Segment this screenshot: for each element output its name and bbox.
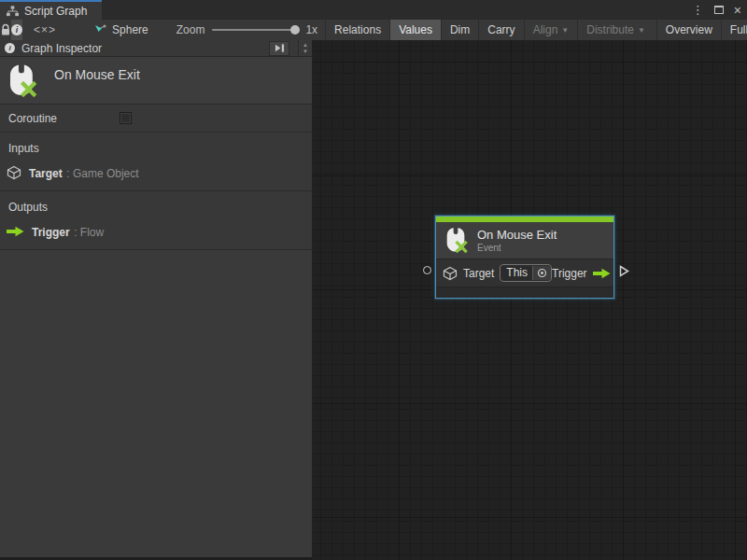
chevron-down-icon: ▼ (561, 26, 569, 35)
zoom-slider-thumb[interactable] (290, 25, 300, 35)
output-name: Trigger (32, 226, 70, 239)
outputs-header: Outputs (0, 199, 312, 223)
outputs-section: Outputs Trigger : Flow (0, 191, 312, 250)
zoom-slider[interactable] (212, 29, 298, 31)
node-input-port[interactable] (423, 266, 431, 274)
distribute-dropdown[interactable]: Distribute ▼ (577, 20, 654, 40)
close-icon[interactable]: × (734, 4, 741, 17)
input-target-row: Target : Game Object (0, 164, 312, 181)
overview-button[interactable]: Overview (656, 20, 721, 40)
node-input-label: Target (463, 267, 494, 280)
info-icon: i (5, 43, 15, 53)
dim-button[interactable]: Dim (441, 20, 478, 40)
object-picker-icon[interactable] (532, 266, 551, 280)
zoom-label: Zoom (176, 23, 205, 36)
graph-context-breadcrumb[interactable]: Sphere (93, 20, 148, 40)
node-title: On Mouse Exit (477, 228, 557, 242)
node-footer (436, 287, 613, 298)
inspector-title-block: On Mouse Exit (0, 57, 312, 105)
maximize-icon[interactable] (714, 6, 724, 14)
mouse-exit-icon (444, 227, 468, 253)
node-output-port[interactable] (619, 265, 629, 277)
panel-resize-spinner[interactable]: ▲ ▼ (298, 40, 312, 56)
more-menu-icon[interactable]: ⋮ (692, 4, 704, 16)
relations-button[interactable]: Relations (325, 20, 389, 40)
carry-button[interactable]: Carry (478, 20, 523, 40)
lock-button[interactable] (0, 20, 11, 40)
align-dropdown[interactable]: Align ▼ (524, 20, 578, 40)
full-screen-button[interactable]: Full Screen (721, 20, 747, 40)
graph-inspector-header[interactable]: i Graph Inspector ▲ ▼ (0, 40, 312, 57)
target-value-field[interactable]: This (500, 264, 552, 282)
toolbar-toggle-group: Relations Values Dim Carry Align ▼ Distr… (325, 20, 747, 40)
inspector-toggle-button[interactable]: i (11, 20, 22, 40)
context-label: Sphere (112, 23, 148, 36)
info-icon: i (11, 24, 22, 35)
graph-inspector-title: Graph Inspector (21, 42, 262, 55)
graph-toolbar: i <×> Sphere Zoom 1x Relations Values Di… (0, 20, 747, 40)
flow-arrow-icon (7, 226, 24, 237)
inspector-node-title: On Mouse Exit (54, 67, 140, 82)
zoom-control: Zoom 1x (176, 20, 317, 40)
dock-panel-icon[interactable] (269, 41, 289, 56)
values-button[interactable]: Values (389, 20, 441, 40)
window-tab-bar: Script Graph ⋮ × (0, 0, 747, 20)
game-object-cube-icon (7, 165, 21, 180)
output-type: : Flow (74, 226, 104, 239)
spinner-down-icon[interactable]: ▼ (303, 49, 308, 55)
mouse-exit-icon (7, 63, 36, 97)
inputs-section: Inputs Target : Game Object (0, 133, 312, 191)
trigger-arrow-icon[interactable] (593, 268, 611, 279)
coroutine-label: Coroutine (8, 112, 120, 125)
node-ports-row: Target This Trigger (436, 259, 613, 287)
coroutine-row: Coroutine (0, 105, 312, 133)
graph-pointer-icon (93, 23, 106, 36)
chevron-down-icon: ▼ (638, 26, 645, 35)
lock-icon (0, 23, 11, 36)
graph-inspector-panel: i Graph Inspector ▲ ▼ On Mouse Exit Coro… (0, 40, 313, 560)
coroutine-checkbox[interactable] (120, 112, 132, 124)
zoom-value: 1x (305, 23, 317, 36)
input-name: Target (29, 167, 63, 180)
event-node-on-mouse-exit[interactable]: On Mouse Exit Event Target This (435, 216, 614, 299)
code-view-button[interactable]: <×> (34, 20, 56, 40)
node-output-label: Trigger (552, 267, 587, 280)
tab-label: Script Graph (24, 5, 87, 18)
node-subtitle: Event (477, 243, 557, 253)
node-header[interactable]: On Mouse Exit Event (436, 222, 613, 259)
input-type: : Game Object (66, 167, 138, 180)
script-graph-icon (7, 6, 19, 17)
target-value[interactable]: This (500, 265, 532, 281)
game-object-cube-icon (443, 266, 458, 281)
tab-script-graph[interactable]: Script Graph (0, 0, 102, 20)
inputs-header: Inputs (0, 140, 312, 164)
spinner-up-icon[interactable]: ▲ (303, 42, 308, 49)
output-trigger-row: Trigger : Flow (0, 223, 312, 240)
